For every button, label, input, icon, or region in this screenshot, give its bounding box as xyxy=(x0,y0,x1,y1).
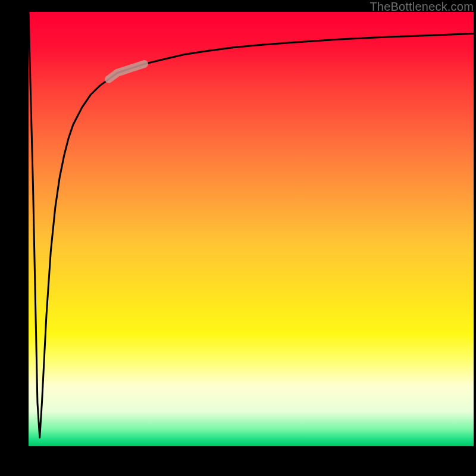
plot-area xyxy=(29,12,474,446)
chart-frame: TheBottleneck.com xyxy=(0,0,476,476)
gradient-background xyxy=(29,12,474,446)
watermark-text: TheBottleneck.com xyxy=(369,0,474,14)
